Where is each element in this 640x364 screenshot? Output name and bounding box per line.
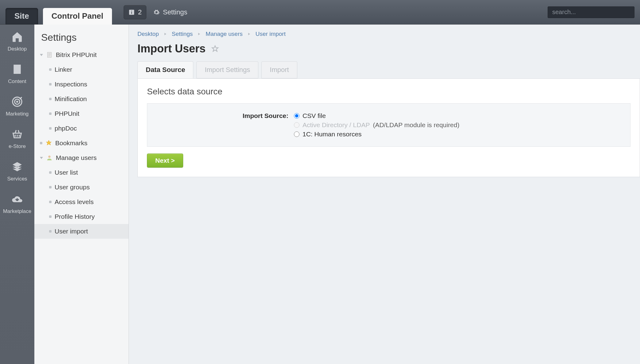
breadcrumb: Desktop Settings Manage users User impor… [129,25,640,40]
bullet-icon [49,171,52,174]
wizard-tabs: Data Source Import Settings Import [129,61,640,78]
layers-icon [10,160,24,173]
target-icon [10,95,24,108]
notification-count: 2 [138,8,142,16]
chevron-down-icon [40,157,43,159]
bullet-icon [49,201,52,203]
chevron-right-icon [198,33,200,35]
radio-1c[interactable]: 1C: Human resorces [294,131,459,138]
radio-1c-input[interactable] [294,131,299,137]
tab-import-settings[interactable]: Import Settings [196,61,258,78]
rail-desktop[interactable]: Desktop [8,30,27,52]
tree-phpunit[interactable]: PHPUnit [34,106,129,121]
tree-label: User groups [55,184,90,191]
chevron-down-icon [40,54,43,56]
rail-label: Content [8,78,26,85]
page-title: Import Users [137,42,206,55]
rail-content[interactable]: Content [8,63,26,85]
site-tab[interactable]: Site [6,8,38,25]
chevron-right-icon [248,33,250,35]
cloud-download-icon [10,192,24,206]
tree-bookmarks[interactable]: Bookmarks [34,136,129,150]
settings-link[interactable]: Settings [153,8,187,16]
form-panel: Selects data source Import Source: CSV f… [137,78,640,177]
gear-icon [153,9,160,16]
top-bar: Site Control Panel 2 Settings [0,0,640,25]
tree-label: User import [55,228,88,235]
tree-access-levels[interactable]: Access levels [34,195,129,209]
crumb-settings[interactable]: Settings [172,31,193,37]
crumb-manage-users[interactable]: Manage users [206,31,242,37]
tree-phpdoc[interactable]: phpDoc [34,121,129,136]
radio-csv[interactable]: CSV file [294,112,459,119]
rail-marketing[interactable]: Marketing [6,95,29,117]
home-icon [10,30,24,44]
tree-minification[interactable]: Minification [34,92,129,106]
tree-inspections[interactable]: Inspections [34,77,129,92]
bullet-icon [40,142,42,144]
radio-1c-label: 1C: Human resorces [303,131,362,138]
rail-label: Marketing [6,111,29,117]
tree-profile-history[interactable]: Profile History [34,209,129,224]
search-input[interactable] [548,6,634,18]
panel-heading: Selects data source [147,87,630,97]
star-icon [45,140,52,146]
svg-rect-2 [131,12,132,14]
tree-title: Settings [34,32,129,47]
rail-services[interactable]: Services [7,160,27,182]
tree-label: Profile History [55,213,95,220]
crumb-user-import[interactable]: User import [256,31,286,37]
import-source-label: Import Source: [160,112,288,138]
tree-sidebar: Settings Bitrix PHPUnit Linker Inspectio… [34,25,129,364]
document-icon [10,63,24,76]
tree-label: phpDoc [55,125,77,132]
tree-user-import[interactable]: User import [34,224,129,239]
bullet-icon [49,127,52,130]
rail-label: Marketplace [3,208,32,214]
radio-ldap-label: Active Directory / LDAP [303,121,370,129]
bullet-icon [49,112,52,115]
main-content: Desktop Settings Manage users User impor… [129,25,640,364]
tab-data-source[interactable]: Data Source [137,61,193,78]
tree-label: Access levels [55,198,94,206]
rail-marketplace[interactable]: Marketplace [3,192,32,214]
rail-label: Services [7,176,27,182]
bullet-icon [49,98,52,100]
rail-label: e-Store [9,143,26,150]
radio-ldap: Active Directory / LDAP (AD/LDAP module … [294,121,459,129]
control-panel-tab[interactable]: Control Panel [43,8,112,25]
basket-icon [10,127,24,141]
tree-user-list[interactable]: User list [34,165,129,180]
tree-label: Bookmarks [55,139,87,147]
tree-label: Minification [55,95,87,103]
tree-linker[interactable]: Linker [34,62,129,77]
tree-label: PHPUnit [55,110,79,117]
tree-manage-users[interactable]: Manage users [34,150,129,165]
bullet-icon [49,230,52,233]
bullet-icon [49,186,52,188]
radio-ldap-hint: (AD/LDAP module is required) [373,121,459,129]
user-icon [46,154,53,161]
favorite-star-icon[interactable] [211,45,219,53]
tree-bitrix-phpunit[interactable]: Bitrix PHPUnit [34,47,129,62]
rail-estore[interactable]: e-Store [9,127,26,150]
left-rail: Desktop Content Marketing e-Store Servic… [0,25,34,364]
radio-ldap-input [294,122,299,128]
tab-import[interactable]: Import [261,61,297,78]
tree-label: User list [55,169,78,176]
rail-label: Desktop [8,46,27,52]
radio-csv-label: CSV file [303,112,326,119]
next-button[interactable]: Next > [147,154,183,168]
tree-user-groups[interactable]: User groups [34,180,129,195]
svg-point-5 [17,101,17,102]
svg-point-7 [48,156,50,158]
crumb-desktop[interactable]: Desktop [137,31,159,37]
radio-csv-input[interactable] [294,113,299,119]
import-source-group: Import Source: CSV file Active Directory… [147,103,630,147]
svg-rect-1 [131,10,132,11]
tree-label: Linker [55,66,72,73]
notification-button[interactable]: 2 [124,5,146,19]
tree-label: Bitrix PHPUnit [56,51,97,59]
bullet-icon [49,83,52,85]
info-icon [128,9,135,16]
